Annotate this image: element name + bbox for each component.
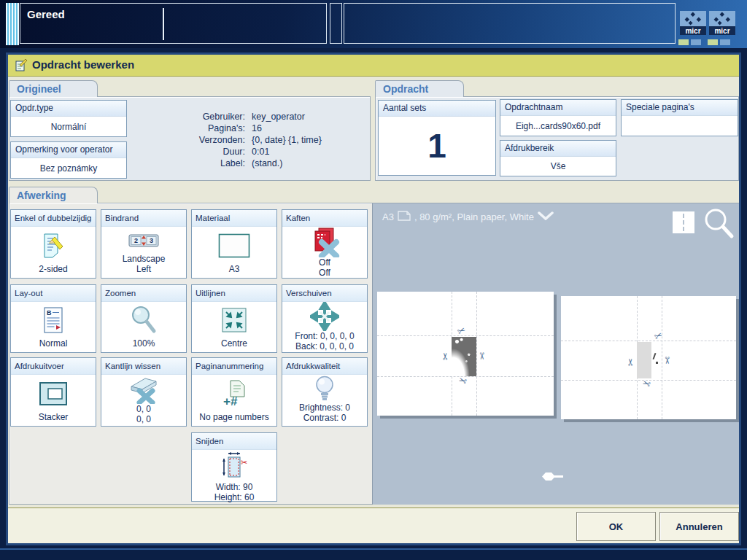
job-info-block: Gebruiker: key_operator Pagina's: 16 Ver…: [117, 111, 371, 169]
tile-align[interactable]: Uitlijnen Centre: [191, 284, 277, 353]
info-value: key_operator: [252, 111, 305, 122]
micr-tray-icon: micr: [680, 11, 706, 35]
info-value: 16: [252, 122, 262, 134]
ok-button[interactable]: OK: [576, 512, 656, 541]
info-label: Gebruiker:: [117, 111, 252, 122]
tile-media[interactable]: Materiaal A3: [191, 209, 277, 279]
cancel-button[interactable]: Annuleren: [659, 512, 739, 541]
dialog-title: Opdracht bewerken: [32, 58, 134, 71]
tab-afwerking[interactable]: Afwerking: [9, 187, 98, 203]
tile-shift-label: Verschuiven: [282, 285, 367, 302]
card-artwork-front: [452, 337, 476, 376]
tile-zoom-value: 100%: [101, 338, 186, 352]
scissors-mark: ✂: [662, 357, 672, 365]
chevron-down-icon: [538, 211, 554, 222]
tile-duplex[interactable]: Enkel of dubbelzijdig 2-sided: [10, 209, 96, 279]
info-label: Verzonden:: [117, 134, 252, 146]
covers-off-icon: [282, 227, 367, 257]
tile-covers[interactable]: Kaften Off Off: [282, 209, 368, 279]
preview-page-front: ✂ ✂ ✂ ✂: [377, 292, 554, 416]
scissors-mark: ✂: [641, 378, 652, 389]
info-row: Label: (stand.): [117, 158, 371, 169]
tile-trim-label: Snijden: [192, 433, 276, 450]
tile-page-numbering[interactable]: Paginanummering +# No page numbers: [191, 357, 277, 427]
job-name-card[interactable]: Opdrachtnaam Eigh...cards90x60.pdf: [500, 99, 616, 136]
page-number-icon: +#: [192, 375, 276, 412]
tile-erase-margin[interactable]: Kantlijn wissen 0, 0 0, 0: [101, 357, 187, 427]
operator-note-card[interactable]: Opmerking voor operator Bez poznámky: [10, 141, 127, 179]
job-type-card[interactable]: Opdr.type Normální: [10, 100, 127, 137]
tile-output-label: Afdrukuitvoer: [11, 358, 96, 375]
artwork-mark: [653, 353, 657, 359]
frame-accent-line: [0, 548, 747, 550]
tab-opdracht[interactable]: Opdracht: [375, 80, 464, 97]
info-row: Duur: 0:01: [117, 146, 371, 158]
separator-panel: [330, 3, 342, 44]
status-panel: Gereed: [20, 3, 327, 44]
dialog-footer: OK Annuleren: [8, 508, 739, 543]
scissors-mark: ✂: [477, 352, 487, 360]
card-artwork-back: [637, 342, 651, 378]
operator-note-value: Bez poznámky: [11, 158, 126, 178]
tile-layout-value: Normal: [11, 338, 96, 352]
message-panel: [344, 3, 676, 44]
stacker-icon: [11, 375, 96, 412]
layout-icon: B: [11, 302, 96, 338]
special-pages-card[interactable]: Speciale pagina's: [621, 99, 738, 136]
tile-trim[interactable]: Snijden ✂ Width: 90 Height: 60: [191, 432, 277, 502]
booklet-view-button[interactable]: [673, 211, 694, 233]
set-count-value: 1: [379, 117, 495, 175]
media-size: A3: [382, 211, 394, 222]
crop-line: [561, 341, 736, 341]
tile-zoom[interactable]: Zoomen 100%: [101, 284, 187, 353]
tray-level-indicator-blue: [720, 39, 730, 45]
lightbulb-icon: [282, 375, 367, 402]
media-selector[interactable]: A3 , 80 g/m², Plain paper, White: [382, 211, 554, 223]
tile-shift[interactable]: Verschuiven Front: 0, 0, 0, 0 Back: 0, 0…: [282, 284, 368, 353]
tile-print-quality[interactable]: Afdrukkwaliteit Brightness: 0 Contrast: …: [282, 357, 368, 427]
scissors-mark: ✂: [441, 352, 450, 360]
tile-layout[interactable]: Lay-out B Normal: [10, 284, 96, 353]
info-value: (stand.): [252, 158, 282, 169]
print-range-label: Afdrukbereik: [500, 141, 616, 157]
tray-level-indicator-blue: [691, 39, 701, 45]
binding-page-3: 3: [150, 237, 153, 244]
dialog-title-bar: Opdracht bewerken: [8, 55, 739, 77]
tile-output[interactable]: Afdrukuitvoer Stacker: [10, 357, 96, 427]
print-preview-pane: A3 , 80 g/m², Plain paper, White: [372, 203, 739, 505]
special-pages-label: Speciale pagina's: [622, 100, 738, 116]
info-row: Pagina's: 16: [117, 122, 371, 134]
tile-page-numbering-label: Paginanummering: [192, 358, 276, 375]
tile-media-label: Materiaal: [192, 210, 276, 227]
info-value: 0:01: [252, 146, 269, 158]
tile-covers-label: Kaften: [282, 210, 367, 227]
tray-level-indicator-green: [678, 39, 689, 45]
tile-duplex-value: 2-sided: [11, 264, 96, 278]
info-label: Label:: [117, 158, 252, 169]
info-label: Duur:: [117, 146, 252, 158]
magnifier-icon: [101, 302, 186, 338]
scissors-mark: ✂: [457, 375, 468, 386]
plus-hash-glyph: +#: [223, 394, 238, 408]
edit-job-icon: [15, 58, 28, 75]
set-count-card[interactable]: Aantal sets 1: [378, 100, 496, 176]
tab-origineel[interactable]: Origineel: [9, 80, 98, 97]
tile-trim-value: Width: 90 Height: 60: [192, 482, 276, 506]
binding-page-2: 2: [134, 237, 138, 244]
job-type-label: Opdr.type: [11, 101, 126, 117]
artwork-mark: [656, 362, 658, 364]
scissors-glyph: ✂: [241, 458, 247, 467]
tile-binding-edge[interactable]: Bindrand 2 3 Landscape Left: [101, 209, 187, 279]
info-label: Pagina's:: [117, 122, 252, 134]
tile-output-value: Stacker: [11, 412, 96, 426]
print-range-card[interactable]: Afdrukbereik Vše: [500, 140, 616, 176]
preview-zoom-button[interactable]: [703, 206, 736, 243]
preview-page-back: ✂ ✂ ✂ ✂: [561, 296, 736, 419]
eraser-icon: [101, 375, 186, 404]
binding-edge-icon: 2 3: [101, 227, 186, 254]
tile-duplex-label: Enkel of dubbelzijdig: [11, 210, 96, 227]
top-status-bar: Gereed micr mi: [0, 0, 747, 48]
printer-status-text: Gereed: [27, 8, 65, 20]
set-count-label: Aantal sets: [379, 101, 495, 117]
info-row: Verzonden: {0, date} {1, time}: [117, 134, 371, 146]
